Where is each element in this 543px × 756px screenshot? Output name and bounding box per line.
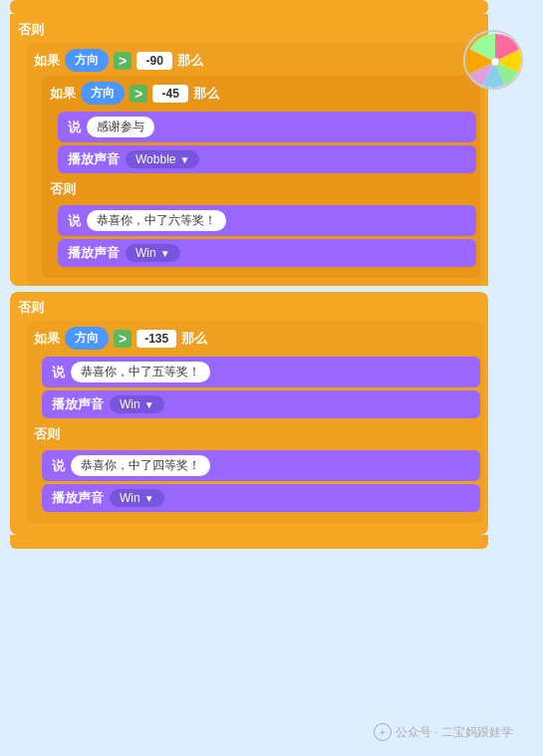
outer-else-block-1: 否则 如果 方向 > -90 那么 如果 方向 > -45 [10, 14, 488, 286]
sound-block-3: 播放声音 Win ▼ [42, 390, 480, 418]
sound-name-4: Win [120, 491, 140, 505]
dropdown-arrow-1[interactable]: ▼ [179, 154, 189, 165]
say-block-3: 说 恭喜你，中了五等奖！ [42, 357, 480, 387]
else-close-2 [10, 523, 488, 529]
direction-pill-1[interactable]: 方向 [65, 49, 109, 72]
say-text-4: 恭喜你，中了四等奖！ [71, 455, 210, 476]
sound-block-1: 播放声音 Wobble ▼ [58, 145, 476, 173]
say-block-1: 说 感谢参与 [58, 112, 476, 142]
watermark-icon: + [374, 723, 392, 741]
sound-pill-3[interactable]: Win ▼ [110, 395, 164, 413]
say-text-3: 恭喜你，中了五等奖！ [71, 362, 210, 382]
sound-pill-1[interactable]: Wobble ▼ [126, 150, 199, 168]
if-block-1: 如果 方向 > -90 那么 如果 方向 > -45 那么 [26, 43, 484, 286]
sound-block-2: 播放声音 Win ▼ [58, 239, 476, 267]
value-3[interactable]: -135 [136, 330, 176, 348]
dropdown-arrow-2[interactable]: ▼ [160, 248, 170, 259]
else-label-1: 否则 [10, 17, 488, 43]
value-1[interactable]: -90 [136, 52, 172, 70]
if-row-2: 如果 方向 > -45 那么 [42, 78, 480, 109]
if-close-3 [26, 515, 484, 521]
svg-point-1 [491, 58, 499, 66]
if-close-1 [26, 278, 484, 284]
operator-1: > [114, 52, 132, 70]
watermark: + 公众号 · 二宝妈跟娃学 [374, 723, 513, 741]
spinner-wheel[interactable] [463, 30, 523, 90]
top-orange-bar [10, 0, 488, 14]
if-block-2: 如果 方向 > -45 那么 说 感谢参与 [42, 76, 480, 278]
sound-name-3: Win [120, 397, 140, 411]
else-label-4: 否则 [26, 421, 484, 447]
outer-else-block-2: 否则 如果 方向 > -135 那么 说 恭喜你，中了五等奖！ [10, 292, 488, 535]
say-text-1: 感谢参与 [87, 117, 154, 137]
direction-pill-3[interactable]: 方向 [65, 327, 109, 350]
sound-block-4: 播放声音 Win ▼ [42, 484, 480, 512]
dropdown-arrow-4[interactable]: ▼ [144, 493, 154, 504]
direction-pill-2[interactable]: 方向 [81, 82, 125, 105]
else-label-2: 否则 [42, 176, 480, 202]
say-block-2: 说 恭喜你，中了六等奖！ [58, 205, 476, 236]
else-label-3: 否则 [10, 295, 488, 321]
scratch-editor: 否则 如果 方向 > -90 那么 如果 方向 > -45 [0, 0, 543, 756]
bottom-orange-bar [10, 535, 488, 549]
operator-2: > [130, 85, 147, 103]
if-row-3: 如果 方向 > -135 那么 [26, 323, 484, 354]
if-block-3: 如果 方向 > -135 那么 说 恭喜你，中了五等奖！ 播放声音 [26, 321, 484, 523]
sound-name-2: Win [136, 246, 156, 260]
operator-3: > [114, 330, 132, 348]
sound-pill-2[interactable]: Win ▼ [126, 244, 180, 262]
sound-name-1: Wobble [136, 152, 175, 166]
if-row-1: 如果 方向 > -90 那么 [26, 45, 484, 76]
say-block-4: 说 恭喜你，中了四等奖！ [42, 450, 480, 481]
if-close-2 [42, 270, 480, 276]
dropdown-arrow-3[interactable]: ▼ [144, 399, 154, 410]
say-text-2: 恭喜你，中了六等奖！ [87, 210, 226, 231]
sound-pill-4[interactable]: Win ▼ [110, 489, 164, 507]
value-2[interactable]: -45 [152, 85, 188, 103]
watermark-text: 公众号 · 二宝妈跟娃学 [396, 724, 513, 741]
